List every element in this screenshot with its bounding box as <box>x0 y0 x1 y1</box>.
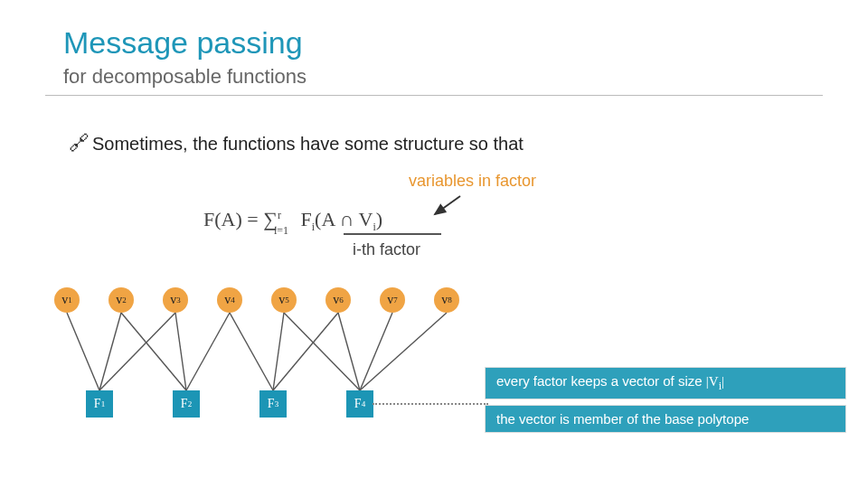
svg-line-5 <box>175 313 186 390</box>
variable-nodes: v1v2v3v4v5v6v7v8 <box>54 287 459 313</box>
svg-line-4 <box>121 313 186 390</box>
bullet-text: Sometimes, the functions have some struc… <box>92 134 524 155</box>
info1-vi-close: | <box>722 374 724 389</box>
variable-node-4: v4 <box>217 287 242 313</box>
variable-node-6: v6 <box>326 287 351 313</box>
svg-line-13 <box>360 313 447 390</box>
slide-title: Message passing <box>63 25 303 61</box>
info1-vi: |V <box>706 374 719 389</box>
dotted-connector-icon <box>373 403 488 405</box>
ith-factor-label: i-th factor <box>353 240 420 259</box>
svg-line-8 <box>273 313 284 390</box>
variable-node-3: v3 <box>163 287 188 313</box>
sum-upper: r <box>278 209 281 221</box>
variable-node-8: v8 <box>434 287 459 313</box>
variables-in-factor-label: variables in factor <box>409 172 536 191</box>
svg-line-7 <box>230 313 273 390</box>
svg-line-6 <box>186 313 230 390</box>
variable-node-1: v1 <box>54 287 80 313</box>
svg-line-1 <box>67 313 99 390</box>
svg-line-12 <box>360 313 392 390</box>
svg-line-3 <box>99 313 175 390</box>
factor-node-4: F4 <box>346 390 373 418</box>
formula-fi: F <box>300 208 311 230</box>
info-box-vector-size: every factor keeps a vector of size |Vi| <box>485 367 846 399</box>
variable-node-5: v5 <box>271 287 297 313</box>
svg-line-9 <box>273 313 338 390</box>
svg-line-10 <box>284 313 360 390</box>
link-bullet-icon: 🔗︎ <box>69 132 89 155</box>
svg-line-11 <box>338 313 360 390</box>
variable-node-2: v2 <box>108 287 134 313</box>
info1-pre: every factor keeps a vector of size <box>496 373 706 389</box>
factor-nodes: F1F2F3F4 <box>86 390 373 418</box>
arrow-icon <box>429 194 466 218</box>
bullet-row: 🔗︎ Sometimes, the functions have some st… <box>69 132 524 155</box>
factor-node-2: F2 <box>173 390 200 418</box>
factor-node-1: F1 <box>86 390 113 418</box>
info2-text: the vector is member of the base polytop… <box>496 411 749 427</box>
info-box-base-polytope: the vector is member of the base polytop… <box>485 405 846 433</box>
formula-close: ) <box>376 208 382 230</box>
formula: F(A) = ∑ri=1 Fi(A ∩ Vi) <box>203 208 382 234</box>
formula-arg: (A ∩ V <box>315 208 373 230</box>
underline-icon <box>344 233 441 235</box>
svg-line-2 <box>99 313 121 390</box>
variable-node-7: v7 <box>380 287 405 313</box>
slide-subtitle: for decomposable functions <box>63 65 307 89</box>
divider <box>45 95 823 96</box>
svg-line-0 <box>435 196 460 214</box>
sum-lower: i=1 <box>274 224 288 237</box>
formula-lhs: F(A) = <box>203 208 263 230</box>
factor-node-3: F3 <box>259 390 287 418</box>
